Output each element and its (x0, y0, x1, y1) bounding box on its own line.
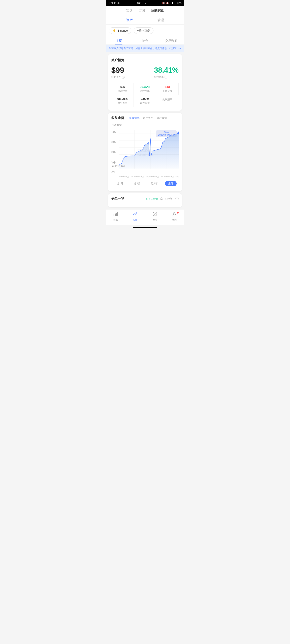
alarm-icon: ⏰ (166, 2, 169, 4)
chart-title: 收益走势 (111, 116, 124, 120)
chart-area: 38% 2023年04月24日 42% 33% 24% 15% -1% (111, 130, 179, 174)
discover-label: 发现 (153, 218, 157, 222)
nav-dingyue[interactable]: 订阅 (139, 8, 145, 13)
svg-rect-16 (114, 214, 114, 216)
y-label-2: 24% (111, 151, 116, 153)
time-btn-3month[interactable]: 近3月 (131, 181, 144, 186)
badge-long: 多：0.15倍 (146, 197, 158, 200)
mute-icon: 🔇 (162, 2, 165, 4)
position-header: 仓位一览 多：0.15倍 空：0.00倍 i (111, 196, 179, 201)
account-amount: $99 (111, 66, 125, 75)
stat-label-2: 充值金额 (157, 89, 178, 93)
shidan-label: 实盘 (133, 218, 137, 222)
percent-info-icon[interactable]: i (165, 76, 167, 78)
stat-value-1: 39.37% (135, 85, 155, 88)
y-label-0: 42% (111, 130, 116, 133)
bottom-nav-shidan[interactable]: 实盘 (125, 212, 145, 222)
discover-icon (152, 212, 157, 218)
nav-shidan[interactable]: 实盘 (126, 8, 133, 13)
exchange-binance-button[interactable]: Binance (109, 27, 131, 34)
start-percent: 1% (112, 162, 125, 164)
badge-short: 空：0.00倍 (160, 197, 172, 200)
sub-tabs: 主页 持仓 交易数据 (106, 37, 184, 45)
stat-label-1: 月收益率 (135, 89, 155, 93)
shidan-icon (133, 212, 138, 218)
overview-left: $99 账户资产 i (111, 66, 125, 79)
account-overview-card: 账户概览 $99 账户资产 i 38.41% 总收益率 i $25 累计收益 3… (108, 54, 182, 111)
main-tabs: 资产 管理 (106, 15, 184, 24)
time-btn-1month[interactable]: 近1月 (113, 181, 126, 186)
profile-icon (172, 212, 177, 218)
stat-monthly-return: 39.37% 月收益率 (134, 83, 156, 95)
stat-value-3: 98.09% (112, 97, 133, 100)
total-return-label: 总收益率 i (154, 75, 179, 79)
svg-marker-21 (154, 213, 156, 215)
stat-max-drawdown: 0.00% 最大回撤 (134, 95, 156, 107)
amount-info-icon[interactable]: i (122, 76, 125, 79)
signal-icon: H D (170, 2, 176, 5)
overview-top: $99 账户资产 i 38.41% 总收益率 i (111, 66, 179, 79)
subtab-trade-data[interactable]: 交易数据 (158, 37, 184, 44)
svg-rect-2 (172, 2, 173, 4)
binance-logo-icon (112, 29, 116, 32)
position-title: 仓位一览 (111, 196, 124, 201)
bottom-nav-data[interactable]: 数据 (106, 212, 125, 222)
tab-assets[interactable]: 资产 (114, 15, 145, 24)
notice-banner[interactable]: 当前账户仅您自己可见，如需上线到实盘，请点击修改上线设置 >> (106, 45, 184, 52)
stat-value-2: $13 (157, 85, 178, 88)
svg-rect-1 (172, 2, 172, 4)
notice-arrow-icon: >> (178, 47, 181, 50)
time-range: 近1月 近3月 近1年 全部 (111, 179, 179, 188)
status-bar: 上午11:49 16.1K/s 🔇 ⏰ H D 35% (106, 0, 184, 6)
x-label-3: 2023年04月24日 (164, 175, 179, 178)
chart-x-labels: 2023年04月22日 2023年04月22日 2023年04月23日 2023… (111, 175, 179, 178)
bottom-nav-discover[interactable]: 发现 (145, 212, 165, 222)
svg-text:D: D (174, 2, 175, 4)
home-indicator (133, 227, 157, 228)
notice-text: 当前账户仅您自己可见，如需上线到实盘，请点击修改上线设置 (109, 47, 177, 50)
time-btn-1year[interactable]: 近1年 (148, 181, 161, 186)
account-overview-title: 账户概览 (111, 58, 179, 62)
time-btn-all[interactable]: 全部 (165, 181, 177, 186)
start-date: 23年04月22日 (112, 164, 125, 167)
y-label-4: -1% (111, 171, 116, 173)
chart-filter-0[interactable]: 总收益率 (129, 116, 140, 120)
tab-manage[interactable]: 管理 (145, 15, 176, 24)
stat-win-rate: 98.09% 历史胜率 (111, 95, 134, 107)
stat-trade-freq: 交易频率 (156, 95, 179, 107)
chart-svg (119, 130, 179, 169)
top-nav: 实盘 订阅 我的实盘 (106, 6, 184, 15)
data-label: 数据 (113, 218, 118, 222)
svg-rect-18 (116, 213, 117, 216)
stat-label-0: 累计收益 (112, 89, 133, 93)
status-network: 16.1K/s (137, 2, 146, 5)
profile-label: 我的 (172, 218, 177, 222)
stat-label-4: 最大回撤 (135, 101, 155, 105)
chart-filter-1[interactable]: 账户资产 (143, 116, 153, 120)
chart-start-overlay: 1% 23年04月22日 (111, 162, 125, 167)
y-label-1: 33% (111, 141, 116, 143)
svg-rect-19 (117, 212, 118, 216)
x-label-2: 2023年04月23日 (149, 175, 164, 178)
exchange-row: Binance +接入更多 (106, 24, 184, 37)
stat-value-4: 0.00% (135, 97, 155, 100)
add-exchange-button[interactable]: +接入更多 (134, 27, 153, 34)
chart-filter-2[interactable]: 累计收益 (156, 116, 167, 120)
chart-filter-3[interactable]: 月收益率 (111, 123, 122, 127)
position-info-icon[interactable]: i (175, 197, 179, 200)
subtab-home[interactable]: 主页 (106, 37, 132, 44)
position-section: 仓位一览 多：0.15倍 空：0.00倍 i (108, 194, 182, 207)
svg-point-22 (174, 212, 175, 214)
stat-label-3: 历史胜率 (112, 101, 133, 105)
overview-right: 38.41% 总收益率 i (154, 66, 179, 79)
stat-value-0: $25 (112, 85, 133, 88)
chart-y-labels: 42% 33% 24% 15% -1% (111, 130, 116, 174)
battery-text: 35% (177, 2, 181, 4)
nav-my-shidan[interactable]: 我的实盘 (151, 8, 164, 13)
subtab-positions[interactable]: 持仓 (132, 37, 158, 44)
stats-grid: $25 累计收益 39.37% 月收益率 $13 充值金额 98.09% 历史胜… (111, 83, 179, 107)
svg-rect-17 (115, 214, 116, 216)
account-amount-label: 账户资产 i (111, 76, 125, 79)
exchange-name: Binance (118, 29, 128, 32)
bottom-nav-profile[interactable]: 我的 (165, 212, 184, 222)
